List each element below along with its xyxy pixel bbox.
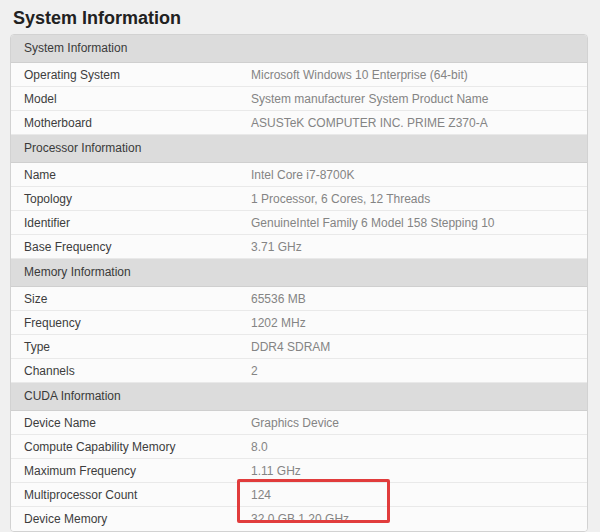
table-row: Channels 2 xyxy=(11,359,587,383)
row-value: GenuineIntel Family 6 Model 158 Stepping… xyxy=(251,216,495,230)
row-label: Motherboard xyxy=(24,116,251,130)
row-label: Operating System xyxy=(24,68,251,82)
table-row: Size 65536 MB xyxy=(11,287,587,311)
row-label: Identifier xyxy=(24,216,251,230)
table-row: Name Intel Core i7-8700K xyxy=(11,163,587,187)
row-value: 124 xyxy=(251,488,271,502)
row-label: Compute Capability Memory xyxy=(24,440,251,454)
row-label: Topology xyxy=(24,192,251,206)
table-row: Compute Capability Memory 8.0 xyxy=(11,435,587,459)
row-value: Graphics Device xyxy=(251,416,339,430)
row-value: Microsoft Windows 10 Enterprise (64-bit) xyxy=(251,68,468,82)
table-row: Device Name Graphics Device xyxy=(11,411,587,435)
row-value: 32.0 GB 1.20 GHz xyxy=(251,512,349,526)
row-label: Channels xyxy=(24,364,251,378)
table-row: Base Frequency 3.71 GHz xyxy=(11,235,587,259)
section-header: System Information xyxy=(11,35,587,63)
row-label: Size xyxy=(24,292,251,306)
table-row: Motherboard ASUSTeK COMPUTER INC. PRIME … xyxy=(11,111,587,135)
table-row: Device Memory 32.0 GB 1.20 GHz xyxy=(11,507,587,531)
row-value: 3.71 GHz xyxy=(251,240,302,254)
row-label: Device Memory xyxy=(24,512,251,526)
table-row: Multiprocessor Count 124 xyxy=(11,483,587,507)
row-label: Type xyxy=(24,340,251,354)
table-row: Identifier GenuineIntel Family 6 Model 1… xyxy=(11,211,587,235)
table-row: Type DDR4 SDRAM xyxy=(11,335,587,359)
row-value: DDR4 SDRAM xyxy=(251,340,330,354)
table-row: Model System manufacturer System Product… xyxy=(11,87,587,111)
table-row: Maximum Frequency 1.11 GHz xyxy=(11,459,587,483)
row-value: 1.11 GHz xyxy=(251,464,301,478)
row-value: 8.0 xyxy=(251,440,268,454)
row-value: 65536 MB xyxy=(251,292,306,306)
row-value: 1 Processor, 6 Cores, 12 Threads xyxy=(251,192,430,206)
row-label: Device Name xyxy=(24,416,251,430)
row-label: Name xyxy=(24,168,251,182)
page-title: System Information xyxy=(13,9,600,27)
row-label: Model xyxy=(24,92,251,106)
row-label: Multiprocessor Count xyxy=(24,488,251,502)
table-row: Operating System Microsoft Windows 10 En… xyxy=(11,63,587,87)
row-label: Base Frequency xyxy=(24,240,251,254)
row-label: Frequency xyxy=(24,316,251,330)
section-header: Processor Information xyxy=(11,135,587,163)
row-value: Intel Core i7-8700K xyxy=(251,168,354,182)
table-row: Frequency 1202 MHz xyxy=(11,311,587,335)
row-value: ASUSTeK COMPUTER INC. PRIME Z370-A xyxy=(251,116,488,130)
row-value: 1202 MHz xyxy=(251,316,306,330)
section-header: Memory Information xyxy=(11,259,587,287)
row-label: Maximum Frequency xyxy=(24,464,251,478)
table-row: Topology 1 Processor, 6 Cores, 12 Thread… xyxy=(11,187,587,211)
row-value: System manufacturer System Product Name xyxy=(251,92,488,106)
system-info-panel: System Information Operating System Micr… xyxy=(10,34,588,532)
row-value: 2 xyxy=(251,364,258,378)
section-header: CUDA Information xyxy=(11,383,587,411)
